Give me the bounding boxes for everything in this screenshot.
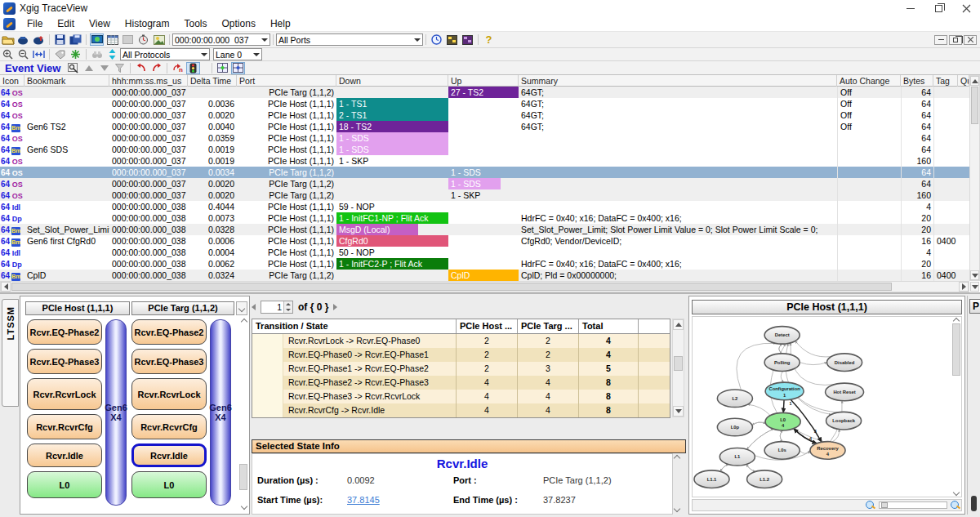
ltssm-scroll-thumb[interactable] <box>239 464 247 490</box>
open-file-icon[interactable] <box>1 33 15 46</box>
up-packet-chip[interactable]: 27 - TS2 <box>448 87 519 98</box>
down-packet-chip[interactable]: 1 - SDS <box>336 144 448 155</box>
col-pcie-targ[interactable]: PCIe Targ ... <box>518 319 579 333</box>
col-total[interactable]: Total <box>579 319 639 333</box>
column-header-summary[interactable]: Summary <box>519 75 837 87</box>
column-header-up[interactable]: Up <box>448 75 519 87</box>
start-time-link[interactable]: 37.8145 <box>347 495 453 505</box>
diagram-node-l0[interactable]: L04 <box>765 412 800 430</box>
ltssm-state-rcvr-idle[interactable]: Rcvr.Idle <box>131 443 207 467</box>
menu-help[interactable]: Help <box>263 16 298 31</box>
transition-row[interactable]: Rcvr.RcvrCfg -> Rcvr.Idle448 <box>252 403 670 417</box>
down-packet-chip[interactable]: 1 - TS1 <box>336 98 448 109</box>
close-button[interactable] <box>952 0 980 16</box>
up-packet-chip[interactable]: CplD <box>448 270 519 281</box>
trigger-settings-icon[interactable] <box>186 62 200 74</box>
transition-scroll-up[interactable] <box>673 319 684 330</box>
ltssm-state-rcvr-rcvrlock[interactable]: Rcvr.RcvrLock <box>131 378 207 410</box>
diagram-vscroll-thumb[interactable] <box>952 323 960 376</box>
ltssm-targ-header[interactable]: PCIe Targ (1,1,2) <box>131 301 234 315</box>
ltssm-header-dropdown[interactable] <box>236 301 247 315</box>
ltssm-state-rcvr-eq-phase2[interactable]: Rcvr.EQ-Phase2 <box>131 319 207 345</box>
diagram-hscrollbar[interactable] <box>692 499 962 511</box>
column-header-qu[interactable]: Qu <box>958 75 969 87</box>
time-position-combo[interactable]: 000:00:00.000 037 <box>172 33 270 46</box>
table-row[interactable]: 64BmSet_Slot_Power_Limit000:00:00.000_03… <box>0 224 969 235</box>
ssi-scroll-up[interactable] <box>675 456 679 461</box>
table-row[interactable]: 64 OS000:00:00.000_0370.0019PCIe Host (1… <box>0 155 969 167</box>
col-transition-state[interactable]: Transition / State <box>252 319 457 333</box>
scroll-right-button[interactable] <box>959 282 969 292</box>
bookmark-icon[interactable]: Bm <box>11 147 20 155</box>
scroll-up-button[interactable] <box>970 76 979 86</box>
table-row[interactable]: 64 OS000:00:00.000_0370.0034PCIe Targ (1… <box>0 167 969 178</box>
column-header-icon[interactable]: Icon <box>0 75 24 87</box>
diagram-zoom-in-icon[interactable] <box>950 500 961 511</box>
menu-tools[interactable]: Tools <box>177 16 215 31</box>
diagram-node-disabled[interactable]: Disabled <box>827 354 862 372</box>
select-event-icon[interactable] <box>66 62 80 74</box>
transition-scroll-thumb[interactable] <box>674 356 683 371</box>
ltssm-state-rcvr-eq-phase3[interactable]: Rcvr.EQ-Phase3 <box>131 349 207 374</box>
error-map-icon[interactable] <box>445 33 459 46</box>
goto-time-icon[interactable]: n <box>171 62 185 74</box>
timer-icon[interactable] <box>136 33 150 46</box>
menu-view[interactable]: View <box>82 16 118 31</box>
marker-icon[interactable] <box>69 48 82 60</box>
column-header-port[interactable]: Port <box>237 75 336 87</box>
table-row[interactable]: 64 Idl000:00:00.000_0380.4044PCIe Host (… <box>0 201 969 212</box>
scroll-corner-down-button[interactable] <box>970 282 979 292</box>
down-packet-chip[interactable]: 18 - TS2 <box>336 121 448 132</box>
help-icon[interactable]: ? <box>482 33 496 46</box>
col-pcie-host[interactable]: PCIe Host ... <box>457 319 518 333</box>
column-header-hhh-mm-ss-ms-us[interactable]: hhh:mm:ss.ms_us <box>109 75 188 87</box>
diagram-node-l0s[interactable]: L0s <box>764 442 800 460</box>
report-grid-icon[interactable] <box>105 33 119 46</box>
strip-scroll-thumb[interactable] <box>971 496 977 511</box>
ltssm-scroll-down[interactable] <box>242 504 247 509</box>
import-trace-icon[interactable] <box>16 33 30 46</box>
save-icon[interactable] <box>53 33 67 46</box>
transition-row[interactable]: Rcvr.EQ-Phase2 -> Rcvr.EQ-Phase3448 <box>252 376 670 390</box>
bookmark-icon[interactable]: Bm <box>11 227 20 235</box>
diagram-node-polling[interactable]: Polling <box>764 354 800 372</box>
diagram-node-l2[interactable]: L2 <box>717 390 752 408</box>
ltssm-state-rcvr-eq-phase3[interactable]: Rcvr.EQ-Phase3 <box>27 349 102 374</box>
jump-back-icon[interactable] <box>134 62 148 74</box>
bookmark-icon[interactable]: Bm <box>11 273 20 281</box>
zoom-fit-icon[interactable] <box>32 48 46 60</box>
ltssm-state-rcvr-rcvrcfg[interactable]: Rcvr.RcvrCfg <box>131 414 207 439</box>
ltssm-state-rcvr-idle[interactable]: Rcvr.Idle <box>27 443 102 467</box>
capture-view-icon[interactable] <box>90 33 104 46</box>
column-header-tag[interactable]: Tag <box>933 75 958 87</box>
diagram-header[interactable]: PCIe Host (1,1,1) <box>692 300 962 314</box>
diagram-node-l12[interactable]: L1.2 <box>747 470 782 488</box>
save-all-icon[interactable] <box>69 33 82 46</box>
column-header-delta-time[interactable]: Delta Time <box>188 75 237 87</box>
ltssm-state-rcvr-rcvrcfg[interactable]: Rcvr.RcvrCfg <box>27 414 102 439</box>
down-packet-chip[interactable]: 1 - InitFC2-P ; Flit Ack <box>336 258 448 270</box>
zoom-out-icon[interactable] <box>16 48 30 60</box>
transition-index-spinner[interactable]: 1 <box>261 301 293 314</box>
menu-histogram[interactable]: Histogram <box>118 16 177 31</box>
table-row[interactable]: 64BmGen6 SDS000:00:00.000_0370.0019PCIe … <box>0 144 969 155</box>
protocol-map-icon[interactable] <box>461 33 474 46</box>
snapshot-icon[interactable] <box>152 33 166 46</box>
down-packet-chip[interactable]: 1 - InitFC1-NP ; Flit Ack <box>336 212 448 224</box>
ltssm-host-header[interactable]: PCIe Host (1,1,1) <box>25 301 130 315</box>
vscroll-thumb[interactable] <box>971 87 978 124</box>
restore-button[interactable] <box>924 0 952 16</box>
table-row[interactable]: 64 Dp000:00:00.000_0380.0062PCIe Host (1… <box>0 258 969 270</box>
event-table-vscrollbar[interactable] <box>969 75 980 281</box>
bookmark-icon[interactable]: Bm <box>11 124 20 132</box>
mdi-restore-button[interactable] <box>949 35 962 45</box>
zoom-slider-thumb[interactable] <box>881 502 888 508</box>
transition-vscrollbar[interactable] <box>672 319 684 417</box>
nav-prev-button[interactable] <box>252 302 256 312</box>
lane-combo[interactable]: Lane 0 <box>213 48 262 60</box>
menu-edit[interactable]: Edit <box>50 16 82 31</box>
diagram-node-recovery[interactable]: Recovery4 <box>810 442 845 460</box>
table-row[interactable]: 64 Dp000:00:00.000_0380.0073PCIe Host (1… <box>0 212 969 224</box>
mdi-minimize-button[interactable] <box>934 35 947 45</box>
down-packet-chip[interactable]: MsgD (Local) <box>336 224 418 235</box>
